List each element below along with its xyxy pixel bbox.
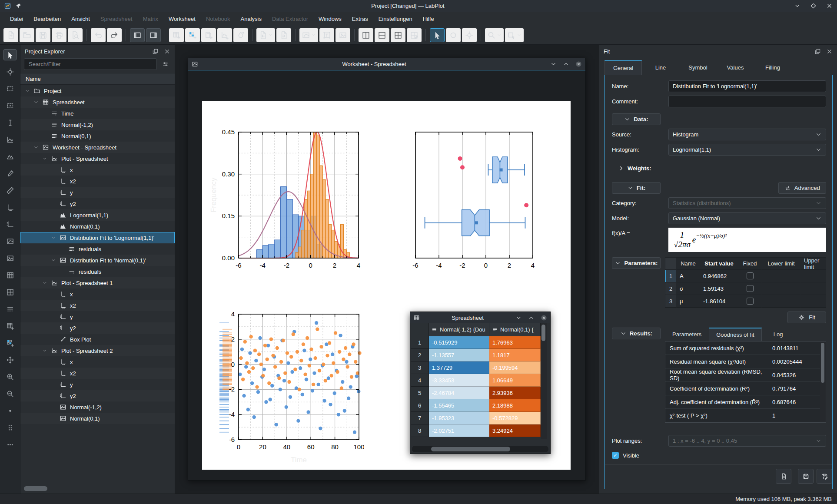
tree-item-normal-1-2[interactable]: Normal(-1,2) <box>20 119 175 130</box>
cell[interactable]: 1.06649 <box>489 374 541 387</box>
plot-mouse-mode-combo[interactable] <box>505 28 524 42</box>
tree-expander-icon[interactable] <box>41 348 48 353</box>
param-col-header[interactable]: Name <box>677 258 700 270</box>
tree-item-residuals[interactable]: residuals <box>20 243 175 255</box>
crosshair-mode-button[interactable] <box>462 28 477 42</box>
tab-general[interactable]: General <box>604 60 642 75</box>
ws-zoom-x-select-tool[interactable] <box>3 100 17 111</box>
menu-analysis[interactable]: Analysis <box>236 13 266 24</box>
tree-expander-icon[interactable] <box>41 156 48 161</box>
close-button[interactable] <box>826 3 833 9</box>
cell[interactable]: 1.37729 <box>429 361 489 374</box>
cell[interactable]: 2.18988 <box>489 399 541 412</box>
fit-section-toggle[interactable]: Fit: <box>612 182 661 194</box>
spreadsheet-window-titlebar[interactable]: Spreadsheet <box>410 312 550 323</box>
ws-pick-tool[interactable] <box>3 168 17 179</box>
print-button[interactable] <box>52 28 66 42</box>
tab-line[interactable]: Line <box>642 60 679 75</box>
ws-crosshair-tool[interactable] <box>3 66 17 77</box>
name-input[interactable]: Distribution Fit to 'Lognormal(1,1)' <box>668 80 826 92</box>
menu-hilfe[interactable]: Hilfe <box>418 13 439 24</box>
tree-item-spreadsheet[interactable]: Spreadsheet <box>20 96 175 108</box>
comment-input[interactable] <box>668 96 826 107</box>
histogram-plot[interactable]: -6-4-20240.000.150.300.45Frequency <box>209 121 364 279</box>
spreadsheet-close-icon[interactable] <box>541 315 547 321</box>
worksheet-window[interactable]: Worksheet - Spreadsheet -6-4-20240.000.1… <box>188 58 586 481</box>
tree-item-x[interactable]: x <box>20 356 175 368</box>
menu-ansicht[interactable]: Ansicht <box>66 13 95 24</box>
ws-zoom-out-tool[interactable] <box>3 388 17 399</box>
ws-add-image-tool[interactable] <box>3 252 17 264</box>
insert-text-label-button[interactable] <box>319 28 334 42</box>
cell[interactable]: -1.13557 <box>429 349 489 361</box>
ws-layout-tool[interactable] <box>3 286 17 298</box>
ws-move-tool[interactable] <box>3 354 17 365</box>
results-tab-log[interactable]: Log <box>762 328 795 342</box>
ws-matrix-tool[interactable] <box>3 337 17 348</box>
tree-item-worksheet-spreadsheet[interactable]: Worksheet - Spreadsheet <box>20 142 175 153</box>
import-button[interactable] <box>256 28 275 42</box>
spreadsheet-vscrollbar[interactable] <box>541 323 547 439</box>
param-lower-limit-cell[interactable] <box>762 282 801 295</box>
tree-item-normal-0-1[interactable]: Normal(0,1) <box>20 130 175 142</box>
param-col-header[interactable]: Start value <box>700 258 738 270</box>
spreadsheet-table[interactable]: Normal(-1,2) {DouNormal(0,1) {1-0.515929… <box>410 323 550 445</box>
tree-item-y[interactable]: y <box>20 187 175 198</box>
cell[interactable]: 3.24924 <box>489 424 541 437</box>
cell[interactable]: -0.572829 <box>489 412 541 424</box>
explorer-hscrollbar[interactable] <box>24 486 72 491</box>
close-dock-icon[interactable] <box>164 48 170 55</box>
menu-einstellungen[interactable]: Einstellungen <box>374 13 417 24</box>
results-scrollbar[interactable] <box>820 342 826 422</box>
advanced-button[interactable]: Advanced <box>778 182 826 194</box>
tree-item-x[interactable]: x <box>20 288 175 300</box>
cell[interactable]: 2.93936 <box>489 387 541 399</box>
results-tab-parameters[interactable]: Parameters <box>665 328 709 342</box>
fixed-checkbox[interactable] <box>747 298 754 305</box>
cell[interactable]: 1.76963 <box>489 336 541 349</box>
spreadsheet-window[interactable]: Spreadsheet Normal(-1,2) {DouNormal(0,1)… <box>410 312 551 454</box>
histogram-combo[interactable]: Lognormal(1,1) <box>668 144 826 156</box>
row-number[interactable]: 2 <box>411 349 429 361</box>
param-start-value-cell[interactable]: 1.59143 <box>700 282 738 295</box>
param-lower-limit-cell[interactable] <box>762 270 801 282</box>
param-start-value-cell[interactable]: 0.946862 <box>700 270 738 282</box>
row-number[interactable]: 6 <box>411 399 429 412</box>
spreadsheet-maximize-icon[interactable] <box>528 315 535 321</box>
cell[interactable]: -2.02751 <box>429 424 489 437</box>
ws-more-tools[interactable] <box>3 439 17 450</box>
spreadsheet-minimize-icon[interactable] <box>515 315 522 321</box>
param-start-value-cell[interactable]: -1.86104 <box>700 295 738 308</box>
tree-item-plot-spreadsheet-1[interactable]: Plot - Spreadsheet 1 <box>20 277 175 288</box>
toggle-project-explorer-button[interactable] <box>130 28 145 42</box>
worksheet-canvas[interactable]: -6-4-20240.000.150.300.45Frequency -6-4-… <box>202 101 571 470</box>
run-fit-button[interactable]: Fit <box>787 312 826 323</box>
fixed-checkbox[interactable] <box>747 285 754 292</box>
cell[interactable]: -3.33453 <box>429 374 489 387</box>
tree-item-x2[interactable]: x2 <box>20 300 175 311</box>
tree-item-normal-0-1[interactable]: Normal(0,1) <box>20 221 175 232</box>
param-upper-limit-cell[interactable] <box>801 295 826 308</box>
source-combo[interactable]: Histogram <box>668 129 826 140</box>
spreadsheet-hscrollbar[interactable] <box>412 446 548 452</box>
column-header[interactable]: Normal(-1,2) {Dou <box>429 323 489 336</box>
param-row-number[interactable]: 3 <box>665 295 677 308</box>
ws-zoom-select-tool[interactable] <box>3 83 17 94</box>
ws-point-tool[interactable] <box>3 405 17 416</box>
parameters-table[interactable]: NameStart valueFixedLower limitUpper lim… <box>665 257 826 308</box>
tree-expander-icon[interactable] <box>50 235 57 240</box>
toggle-properties-dock-button[interactable] <box>146 28 161 42</box>
column-header[interactable]: Normal(0,1) { <box>489 323 541 336</box>
tree-expander-icon[interactable] <box>50 258 57 263</box>
param-lower-limit-cell[interactable] <box>762 295 801 308</box>
float-dock-icon[interactable] <box>152 48 159 55</box>
tree-item-normal-0-1[interactable]: Normal(0,1) <box>20 413 175 424</box>
cell[interactable]: 1.1817 <box>489 349 541 361</box>
ws-measure-tool[interactable] <box>3 185 17 196</box>
new-project-button[interactable] <box>3 28 18 42</box>
new-plot-button[interactable] <box>217 28 232 42</box>
visible-checkbox[interactable]: ✓ <box>612 452 619 459</box>
save-results-button[interactable] <box>798 469 814 484</box>
ws-add-plot-tool[interactable] <box>3 235 17 247</box>
tree-item-normal-1-2[interactable]: Normal(-1,2) <box>20 401 175 413</box>
